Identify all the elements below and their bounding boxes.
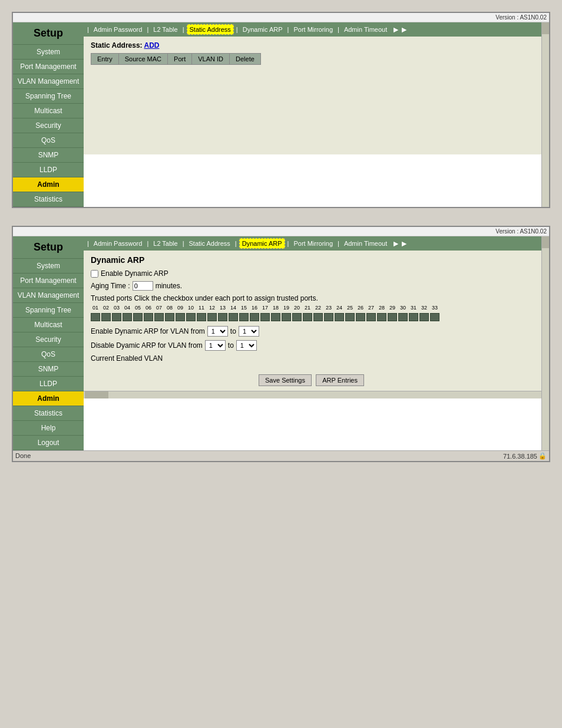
- enable-vlan-label: Enable Dynamic ARP for VLAN from: [91, 327, 205, 335]
- port-checkbox-04[interactable]: [123, 313, 132, 321]
- sidebar-item-multicast-2[interactable]: Multicast: [13, 318, 84, 332]
- sidebar-item-statistics-2[interactable]: Statistics: [13, 406, 84, 421]
- port-checkbox-12[interactable]: [207, 313, 217, 321]
- aging-time-input[interactable]: [133, 281, 153, 291]
- enable-vlan-from-select[interactable]: 1: [207, 326, 228, 337]
- port-checkbox-23[interactable]: [324, 313, 333, 321]
- port-checkbox-28[interactable]: [377, 313, 386, 321]
- port-checkbox-21[interactable]: [303, 313, 312, 321]
- port-checkbox-20[interactable]: [292, 313, 302, 321]
- tab-admin-password-1[interactable]: Admin Password: [91, 25, 145, 34]
- add-link-1[interactable]: ADD: [144, 41, 159, 50]
- port-checkbox-25[interactable]: [345, 313, 355, 321]
- port-checkbox-13[interactable]: [218, 313, 227, 321]
- port-checkbox-11[interactable]: [197, 313, 206, 321]
- port-checkbox-22[interactable]: [313, 313, 323, 321]
- disable-vlan-row: Disable Dyamic ARP for VLAN from 1 to 1: [91, 340, 534, 351]
- sidebar-item-logout-2[interactable]: Logout: [13, 436, 84, 450]
- sidebar-item-system-1[interactable]: System: [13, 45, 84, 60]
- sidebar-item-admin-1[interactable]: Admin: [13, 177, 84, 192]
- scrollbar-v-2[interactable]: [541, 236, 549, 450]
- sidebar-title-1: Setup: [13, 22, 84, 45]
- aging-time-row: Aging Time : minutes.: [91, 281, 534, 291]
- port-checkbox-16[interactable]: [250, 313, 259, 321]
- port-checkbox-33[interactable]: [430, 313, 439, 321]
- port-checkbox-10[interactable]: [186, 313, 196, 321]
- tab-l2-table-1[interactable]: L2 Table: [151, 25, 180, 34]
- enable-vlan-to-select[interactable]: 1: [239, 326, 259, 337]
- tab-arrows-2[interactable]: ►►: [392, 239, 408, 248]
- version-bar-2: Version : AS1N0.02: [13, 227, 549, 236]
- port-checkbox-24[interactable]: [335, 313, 344, 321]
- tab-arrows-1[interactable]: ►►: [392, 25, 408, 34]
- sidebar-item-port-mgmt-2[interactable]: Port Management: [13, 274, 84, 288]
- arp-entries-button[interactable]: ARP Entries: [316, 374, 364, 386]
- sidebar-item-security-1[interactable]: Security: [13, 118, 84, 133]
- hscroll-thumb-2: [85, 391, 108, 398]
- sidebar-item-statistics-1[interactable]: Statistics: [13, 192, 84, 207]
- port-checkbox-14[interactable]: [229, 313, 238, 321]
- port-num-16: 16: [250, 305, 259, 311]
- port-checkbox-29[interactable]: [388, 313, 397, 321]
- port-num-15: 15: [239, 305, 249, 311]
- col-entry: Entry: [91, 54, 119, 65]
- port-checkbox-08[interactable]: [165, 313, 174, 321]
- sidebar-item-lldp-1[interactable]: LLDP: [13, 163, 84, 177]
- sidebar-item-system-2[interactable]: System: [13, 259, 84, 274]
- tab-port-mirroring-2[interactable]: Port Mirroring: [291, 239, 335, 248]
- port-checkbox-26[interactable]: [356, 313, 365, 321]
- save-settings-button[interactable]: Save Settings: [259, 374, 312, 386]
- tab-l2-table-2[interactable]: L2 Table: [151, 239, 180, 248]
- sidebar-item-snmp-2[interactable]: SNMP: [13, 362, 84, 377]
- port-checkbox-30[interactable]: [398, 313, 408, 321]
- port-checkbox-17[interactable]: [260, 313, 270, 321]
- sidebar-item-vlan-mgmt-2[interactable]: VLAN Management: [13, 288, 84, 303]
- sidebar-item-vlan-mgmt-1[interactable]: VLAN Management: [13, 74, 84, 89]
- tab-static-address-2[interactable]: Static Address: [187, 239, 233, 248]
- port-checkbox-07[interactable]: [154, 313, 164, 321]
- sidebar-item-spanning-tree-2[interactable]: Spanning Tree: [13, 303, 84, 318]
- disable-vlan-from-select[interactable]: 1: [205, 340, 226, 351]
- port-num-11: 11: [197, 305, 206, 311]
- port-checkbox-19[interactable]: [282, 313, 291, 321]
- port-checkbox-18[interactable]: [271, 313, 280, 321]
- hscroll-bar-2[interactable]: [84, 391, 541, 398]
- tab-port-mirroring-1[interactable]: Port Mirroring: [291, 25, 335, 34]
- sidebar-item-qos-1[interactable]: QoS: [13, 133, 84, 148]
- sidebar-item-lldp-2[interactable]: LLDP: [13, 377, 84, 391]
- tab-admin-timeout-1[interactable]: Admin Timeout: [342, 25, 389, 34]
- scrollbar-v-1[interactable]: [541, 22, 549, 207]
- port-num-09: 09: [176, 305, 185, 311]
- sidebar-item-security-2[interactable]: Security: [13, 332, 84, 347]
- sidebar-1: Setup System Port Management VLAN Manage…: [13, 22, 84, 207]
- port-checkboxes-row[interactable]: [91, 313, 534, 321]
- port-num-06: 06: [144, 305, 153, 311]
- port-checkbox-03[interactable]: [112, 313, 121, 321]
- port-checkbox-27[interactable]: [366, 313, 376, 321]
- tab-admin-timeout-2[interactable]: Admin Timeout: [342, 239, 389, 248]
- sidebar-item-port-mgmt-1[interactable]: Port Management: [13, 60, 84, 74]
- static-address-table: Entry Source MAC Port VLAN ID Delete: [91, 53, 261, 65]
- port-checkbox-01[interactable]: [91, 313, 100, 321]
- sidebar-item-spanning-tree-1[interactable]: Spanning Tree: [13, 89, 84, 104]
- enable-darp-checkbox[interactable]: [91, 270, 98, 278]
- port-checkbox-06[interactable]: [144, 313, 153, 321]
- sidebar-item-multicast-1[interactable]: Multicast: [13, 104, 84, 118]
- disable-vlan-to-select[interactable]: 1: [236, 340, 257, 351]
- port-checkbox-05[interactable]: [133, 313, 143, 321]
- sidebar-item-admin-2[interactable]: Admin: [13, 391, 84, 406]
- sidebar-item-help-2[interactable]: Help: [13, 421, 84, 436]
- version-bar-1: Version : AS1N0.02: [13, 13, 549, 22]
- port-checkbox-31[interactable]: [409, 313, 418, 321]
- disable-vlan-to-label: to: [228, 341, 234, 350]
- port-checkbox-02[interactable]: [101, 313, 111, 321]
- tab-dynamic-arp-1[interactable]: Dynamic ARP: [240, 25, 285, 34]
- sidebar-item-snmp-1[interactable]: SNMP: [13, 148, 84, 163]
- port-checkbox-09[interactable]: [176, 313, 185, 321]
- tab-admin-password-2[interactable]: Admin Password: [91, 239, 145, 248]
- sidebar-item-qos-2[interactable]: QoS: [13, 347, 84, 362]
- tab-dynamic-arp-2[interactable]: Dynamic ARP: [239, 238, 285, 249]
- port-checkbox-32[interactable]: [419, 313, 429, 321]
- port-checkbox-15[interactable]: [239, 313, 249, 321]
- tab-static-address-1[interactable]: Static Address: [187, 24, 234, 35]
